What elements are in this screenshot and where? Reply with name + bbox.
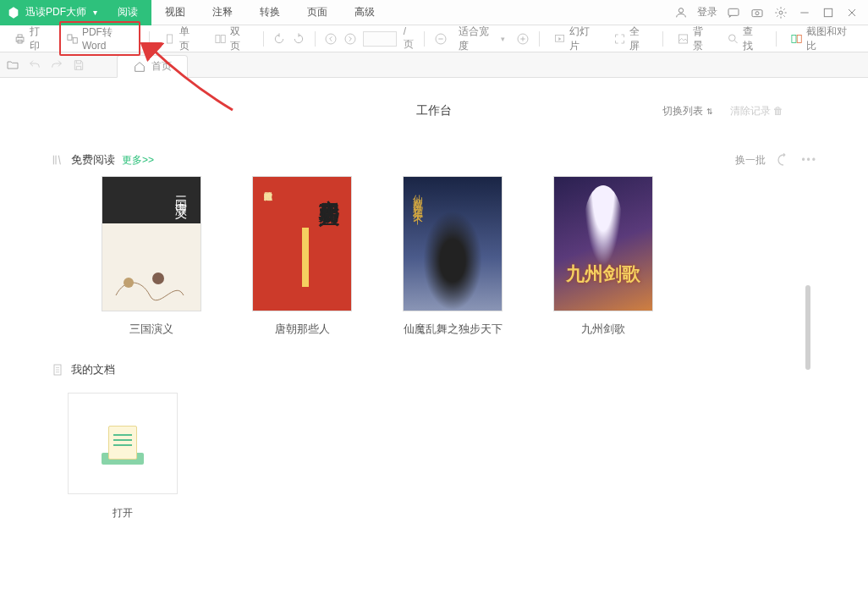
scrollbar[interactable] bbox=[805, 285, 810, 421]
clear-history-button[interactable]: 清除记录 🗑 bbox=[730, 104, 783, 118]
svg-rect-10 bbox=[18, 34, 22, 36]
more-link[interactable]: 更多>> bbox=[122, 153, 154, 168]
slideshow-label: 幻灯片 bbox=[569, 25, 598, 53]
free-read-title: 免费阅读 bbox=[71, 152, 115, 168]
print-button[interactable]: 打印 bbox=[8, 22, 54, 56]
save-icon[interactable] bbox=[71, 58, 86, 73]
open-doc-label: 打开 bbox=[68, 506, 178, 520]
book-item[interactable]: 三国演义 三国演义 bbox=[102, 176, 201, 337]
svg-point-17 bbox=[326, 34, 336, 44]
camera-icon[interactable] bbox=[750, 5, 765, 20]
find-button[interactable]: 查找 bbox=[722, 22, 767, 56]
separator bbox=[776, 31, 777, 47]
maximize-icon[interactable] bbox=[821, 5, 836, 20]
content-area: 工作台 切换列表 ⇅ 清除记录 🗑 免费阅读 更多>> 换一批 ••• bbox=[0, 78, 868, 520]
screenshot-compare-label: 截图和对比 bbox=[806, 25, 854, 53]
find-label: 查找 bbox=[743, 25, 762, 53]
print-icon bbox=[14, 32, 26, 46]
background-button[interactable]: 背景 bbox=[672, 22, 717, 56]
chat-icon[interactable] bbox=[726, 5, 741, 20]
switch-list-button[interactable]: 切换列表 ⇅ bbox=[662, 104, 712, 118]
double-page-label: 双页 bbox=[230, 25, 250, 53]
svg-rect-15 bbox=[216, 35, 220, 42]
close-icon[interactable] bbox=[844, 5, 860, 20]
double-page-icon bbox=[214, 32, 227, 46]
pdf-to-word-label: PDF转Word bbox=[82, 25, 134, 52]
menu-page[interactable]: 页面 bbox=[294, 0, 341, 25]
tab-home[interactable]: 首页 bbox=[117, 55, 188, 78]
book-cover-text: 仙魔乱舞之独步天下 bbox=[410, 187, 425, 210]
separator bbox=[263, 31, 264, 47]
gear-icon[interactable] bbox=[773, 5, 788, 20]
book-item[interactable]: 九州剑歌 九州剑歌 bbox=[553, 176, 653, 337]
svg-point-3 bbox=[755, 11, 759, 14]
single-page-button[interactable]: 单页 bbox=[158, 22, 204, 56]
zoom-in-icon[interactable] bbox=[516, 31, 530, 47]
background-icon bbox=[677, 32, 689, 46]
pdf-to-word-button[interactable]: PDF转Word bbox=[59, 21, 140, 56]
scrollbar-thumb[interactable] bbox=[805, 285, 810, 370]
tab-home-label: 首页 bbox=[151, 59, 172, 74]
free-read-header: 免费阅读 更多>> 换一批 ••• bbox=[51, 152, 817, 168]
screenshot-compare-button[interactable]: 截图和对比 bbox=[785, 22, 860, 56]
book-cover-illustration bbox=[107, 253, 192, 304]
refresh-icon[interactable] bbox=[776, 152, 791, 168]
slideshow-icon bbox=[553, 32, 566, 46]
home-header: 工作台 切换列表 ⇅ 清除记录 🗑 bbox=[51, 103, 817, 118]
book-item[interactable]: 唐朝那些人 范本级的封建帝国 唐朝那些人 bbox=[252, 176, 352, 337]
next-page-icon[interactable] bbox=[343, 31, 358, 47]
double-page-button[interactable]: 双页 bbox=[209, 22, 255, 56]
books-icon bbox=[51, 153, 64, 167]
refresh-batch-button[interactable]: 换一批 bbox=[735, 153, 766, 168]
open-folder-icon[interactable] bbox=[5, 58, 20, 73]
book-cover: 三国演义 bbox=[102, 176, 201, 311]
book-cover-text: 三国演义 bbox=[173, 187, 189, 201]
slideshow-button[interactable]: 幻灯片 bbox=[548, 22, 603, 56]
undo-icon[interactable] bbox=[27, 58, 42, 73]
background-label: 背景 bbox=[693, 25, 712, 53]
fullscreen-icon bbox=[613, 32, 626, 46]
svg-rect-14 bbox=[167, 34, 172, 42]
trash-icon: 🗑 bbox=[773, 105, 783, 117]
prev-page-icon[interactable] bbox=[324, 31, 338, 47]
book-item[interactable]: 仙魔乱舞之独步天下 仙魔乱舞之独步天下 bbox=[403, 176, 503, 337]
app-logo-icon bbox=[7, 6, 20, 19]
login-text[interactable]: 登录 bbox=[697, 5, 717, 19]
toolbar: 打印 PDF转Word 单页 双页 /页 适合宽度 ▾ 幻灯片 全屏 背景 查找 bbox=[0, 25, 868, 52]
free-read-section: 免费阅读 更多>> 换一批 ••• 三国演义 三国演义 唐朝那些人 范本级的封建… bbox=[51, 152, 817, 337]
pdf-to-word-icon bbox=[66, 32, 79, 46]
app-dropdown-icon[interactable]: ▾ bbox=[93, 8, 97, 17]
book-title: 九州剑歌 bbox=[581, 322, 625, 337]
fullscreen-button[interactable]: 全屏 bbox=[608, 22, 654, 56]
app-title-text: 迅读PDF大师 bbox=[25, 5, 86, 19]
open-doc-tile[interactable] bbox=[68, 393, 178, 494]
redo-icon[interactable] bbox=[49, 58, 64, 73]
svg-rect-2 bbox=[752, 9, 762, 16]
zoom-select[interactable]: 适合宽度 ▾ bbox=[453, 22, 510, 56]
page-total-label: /页 bbox=[404, 25, 416, 52]
chevron-down-icon: ⇅ bbox=[706, 107, 713, 116]
page-number-input[interactable] bbox=[363, 31, 397, 47]
svg-rect-16 bbox=[221, 35, 225, 42]
more-dots-icon[interactable]: ••• bbox=[801, 154, 817, 166]
svg-point-26 bbox=[729, 34, 736, 41]
svg-rect-9 bbox=[16, 37, 24, 41]
svg-rect-29 bbox=[797, 35, 801, 42]
svg-line-27 bbox=[735, 40, 738, 42]
book-cover-text: 九州剑歌 bbox=[554, 261, 652, 287]
document-icon bbox=[51, 363, 64, 377]
svg-rect-28 bbox=[792, 35, 796, 42]
rotate-right-icon[interactable] bbox=[292, 31, 306, 47]
zoom-out-icon[interactable] bbox=[433, 31, 448, 47]
svg-point-0 bbox=[678, 8, 683, 12]
user-icon[interactable] bbox=[673, 5, 689, 20]
menu-advanced[interactable]: 高级 bbox=[341, 0, 388, 25]
book-cover: 九州剑歌 bbox=[553, 176, 653, 311]
svg-rect-13 bbox=[73, 37, 77, 42]
rotate-left-icon[interactable] bbox=[272, 31, 286, 47]
separator bbox=[315, 31, 316, 47]
fullscreen-label: 全屏 bbox=[629, 25, 649, 53]
minimize-icon[interactable] bbox=[797, 5, 812, 20]
my-docs-header: 我的文档 bbox=[51, 362, 817, 377]
separator bbox=[149, 31, 150, 47]
